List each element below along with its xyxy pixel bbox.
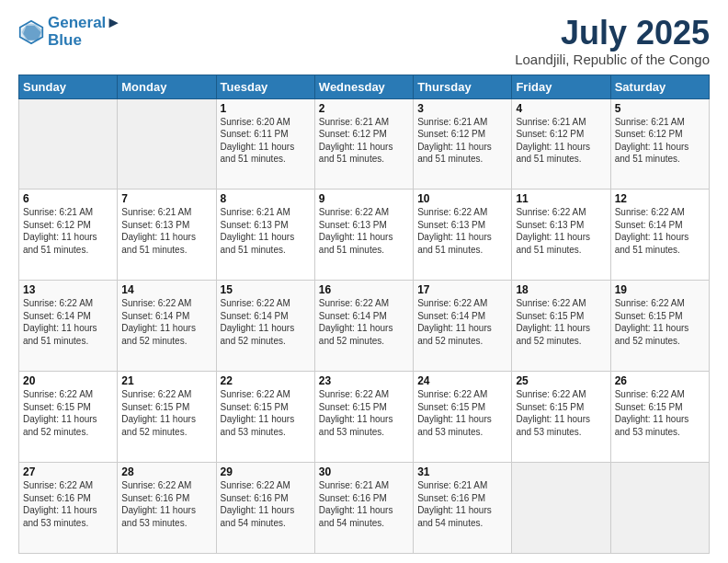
cell-content: Sunrise: 6:22 AM Sunset: 6:14 PM Dayligh… — [121, 297, 211, 347]
page: General► Blue July 2025 Loandjili, Repub… — [0, 0, 728, 563]
calendar-cell: 7Sunrise: 6:21 AM Sunset: 6:13 PM Daylig… — [118, 190, 216, 281]
day-number: 7 — [121, 192, 211, 205]
cell-content: Sunrise: 6:22 AM Sunset: 6:13 PM Dayligh… — [319, 206, 409, 256]
calendar-cell: 4Sunrise: 6:21 AM Sunset: 6:12 PM Daylig… — [512, 98, 610, 190]
calendar-week-1: 1Sunrise: 6:20 AM Sunset: 6:11 PM Daylig… — [19, 98, 710, 190]
calendar-cell: 24Sunrise: 6:22 AM Sunset: 6:15 PM Dayli… — [414, 372, 512, 463]
calendar-week-4: 20Sunrise: 6:22 AM Sunset: 6:15 PM Dayli… — [19, 372, 710, 463]
cell-content: Sunrise: 6:22 AM Sunset: 6:14 PM Dayligh… — [319, 297, 409, 347]
logo-icon — [18, 19, 44, 45]
cell-content: Sunrise: 6:22 AM Sunset: 6:14 PM Dayligh… — [615, 206, 705, 256]
day-number: 3 — [417, 102, 507, 115]
cell-content: Sunrise: 6:22 AM Sunset: 6:13 PM Dayligh… — [417, 206, 507, 256]
calendar-cell: 23Sunrise: 6:22 AM Sunset: 6:15 PM Dayli… — [314, 372, 413, 463]
day-number: 10 — [417, 192, 507, 205]
calendar-cell: 12Sunrise: 6:22 AM Sunset: 6:14 PM Dayli… — [610, 190, 709, 281]
day-number: 31 — [417, 465, 507, 478]
cell-content: Sunrise: 6:21 AM Sunset: 6:12 PM Dayligh… — [516, 116, 606, 166]
cell-content: Sunrise: 6:22 AM Sunset: 6:15 PM Dayligh… — [23, 388, 113, 438]
calendar-cell: 18Sunrise: 6:22 AM Sunset: 6:15 PM Dayli… — [512, 281, 610, 372]
calendar-cell: 14Sunrise: 6:22 AM Sunset: 6:14 PM Dayli… — [118, 281, 216, 372]
day-header-friday: Friday — [512, 75, 610, 98]
calendar-cell: 22Sunrise: 6:22 AM Sunset: 6:15 PM Dayli… — [216, 372, 314, 463]
day-header-wednesday: Wednesday — [314, 75, 413, 98]
calendar-cell: 13Sunrise: 6:22 AM Sunset: 6:14 PM Dayli… — [19, 281, 118, 372]
calendar-cell: 28Sunrise: 6:22 AM Sunset: 6:16 PM Dayli… — [118, 463, 216, 554]
day-number: 28 — [121, 465, 211, 478]
cell-content: Sunrise: 6:22 AM Sunset: 6:14 PM Dayligh… — [23, 297, 113, 347]
calendar-cell: 1Sunrise: 6:20 AM Sunset: 6:11 PM Daylig… — [216, 98, 314, 190]
calendar-table: SundayMondayTuesdayWednesdayThursdayFrid… — [18, 75, 710, 554]
cell-content: Sunrise: 6:21 AM Sunset: 6:12 PM Dayligh… — [23, 206, 113, 256]
logo-text: General► Blue — [48, 15, 121, 49]
cell-content: Sunrise: 6:22 AM Sunset: 6:15 PM Dayligh… — [516, 388, 606, 438]
calendar-body: 1Sunrise: 6:20 AM Sunset: 6:11 PM Daylig… — [19, 98, 710, 553]
day-number: 25 — [516, 374, 606, 387]
day-number: 1 — [221, 102, 311, 115]
day-number: 2 — [319, 102, 409, 115]
calendar-cell: 8Sunrise: 6:21 AM Sunset: 6:13 PM Daylig… — [216, 190, 314, 281]
day-number: 21 — [121, 374, 211, 387]
calendar-cell: 29Sunrise: 6:22 AM Sunset: 6:16 PM Dayli… — [216, 463, 314, 554]
calendar-cell — [610, 463, 709, 554]
calendar-cell — [118, 98, 216, 190]
cell-content: Sunrise: 6:22 AM Sunset: 6:16 PM Dayligh… — [23, 479, 113, 529]
calendar-cell: 11Sunrise: 6:22 AM Sunset: 6:13 PM Dayli… — [512, 190, 610, 281]
day-number: 24 — [417, 374, 507, 387]
calendar-week-3: 13Sunrise: 6:22 AM Sunset: 6:14 PM Dayli… — [19, 281, 710, 372]
day-header-saturday: Saturday — [610, 75, 709, 98]
day-header-sunday: Sunday — [19, 75, 118, 98]
day-number: 22 — [221, 374, 311, 387]
cell-content: Sunrise: 6:22 AM Sunset: 6:15 PM Dayligh… — [516, 297, 606, 347]
day-header-row: SundayMondayTuesdayWednesdayThursdayFrid… — [19, 75, 710, 98]
day-header-tuesday: Tuesday — [216, 75, 314, 98]
day-number: 4 — [516, 102, 606, 115]
calendar-cell — [19, 98, 118, 190]
cell-content: Sunrise: 6:22 AM Sunset: 6:16 PM Dayligh… — [221, 479, 311, 529]
calendar-cell: 15Sunrise: 6:22 AM Sunset: 6:14 PM Dayli… — [216, 281, 314, 372]
day-number: 29 — [221, 465, 311, 478]
calendar-cell: 17Sunrise: 6:22 AM Sunset: 6:14 PM Dayli… — [414, 281, 512, 372]
cell-content: Sunrise: 6:21 AM Sunset: 6:13 PM Dayligh… — [121, 206, 211, 256]
calendar-cell — [512, 463, 610, 554]
calendar-header: SundayMondayTuesdayWednesdayThursdayFrid… — [19, 75, 710, 98]
cell-content: Sunrise: 6:21 AM Sunset: 6:12 PM Dayligh… — [319, 116, 409, 166]
day-number: 5 — [615, 102, 705, 115]
calendar-cell: 30Sunrise: 6:21 AM Sunset: 6:16 PM Dayli… — [314, 463, 413, 554]
title-block: July 2025 Loandjili, Republic of the Con… — [515, 15, 710, 67]
day-number: 12 — [615, 192, 705, 205]
calendar-cell: 20Sunrise: 6:22 AM Sunset: 6:15 PM Dayli… — [19, 372, 118, 463]
cell-content: Sunrise: 6:21 AM Sunset: 6:13 PM Dayligh… — [221, 206, 311, 256]
day-number: 9 — [319, 192, 409, 205]
day-number: 15 — [221, 283, 311, 296]
day-header-thursday: Thursday — [414, 75, 512, 98]
cell-content: Sunrise: 6:22 AM Sunset: 6:13 PM Dayligh… — [516, 206, 606, 256]
calendar-week-2: 6Sunrise: 6:21 AM Sunset: 6:12 PM Daylig… — [19, 190, 710, 281]
cell-content: Sunrise: 6:22 AM Sunset: 6:15 PM Dayligh… — [121, 388, 211, 438]
cell-content: Sunrise: 6:21 AM Sunset: 6:16 PM Dayligh… — [319, 479, 409, 529]
calendar-cell: 9Sunrise: 6:22 AM Sunset: 6:13 PM Daylig… — [314, 190, 413, 281]
logo: General► Blue — [18, 15, 121, 49]
calendar-cell: 21Sunrise: 6:22 AM Sunset: 6:15 PM Dayli… — [118, 372, 216, 463]
cell-content: Sunrise: 6:21 AM Sunset: 6:12 PM Dayligh… — [417, 116, 507, 166]
cell-content: Sunrise: 6:22 AM Sunset: 6:15 PM Dayligh… — [221, 388, 311, 438]
cell-content: Sunrise: 6:20 AM Sunset: 6:11 PM Dayligh… — [221, 116, 311, 166]
cell-content: Sunrise: 6:22 AM Sunset: 6:15 PM Dayligh… — [615, 297, 705, 347]
cell-content: Sunrise: 6:21 AM Sunset: 6:12 PM Dayligh… — [615, 116, 705, 166]
calendar-cell: 31Sunrise: 6:21 AM Sunset: 6:16 PM Dayli… — [414, 463, 512, 554]
cell-content: Sunrise: 6:22 AM Sunset: 6:16 PM Dayligh… — [121, 479, 211, 529]
calendar-cell: 5Sunrise: 6:21 AM Sunset: 6:12 PM Daylig… — [610, 98, 709, 190]
calendar-cell: 6Sunrise: 6:21 AM Sunset: 6:12 PM Daylig… — [19, 190, 118, 281]
calendar-cell: 25Sunrise: 6:22 AM Sunset: 6:15 PM Dayli… — [512, 372, 610, 463]
day-number: 16 — [319, 283, 409, 296]
main-title: July 2025 — [515, 15, 710, 52]
day-number: 18 — [516, 283, 606, 296]
cell-content: Sunrise: 6:22 AM Sunset: 6:15 PM Dayligh… — [615, 388, 705, 438]
calendar-cell: 10Sunrise: 6:22 AM Sunset: 6:13 PM Dayli… — [414, 190, 512, 281]
day-number: 20 — [23, 374, 113, 387]
calendar-cell: 27Sunrise: 6:22 AM Sunset: 6:16 PM Dayli… — [19, 463, 118, 554]
cell-content: Sunrise: 6:22 AM Sunset: 6:14 PM Dayligh… — [417, 297, 507, 347]
calendar-cell: 26Sunrise: 6:22 AM Sunset: 6:15 PM Dayli… — [610, 372, 709, 463]
calendar-cell: 19Sunrise: 6:22 AM Sunset: 6:15 PM Dayli… — [610, 281, 709, 372]
day-number: 17 — [417, 283, 507, 296]
